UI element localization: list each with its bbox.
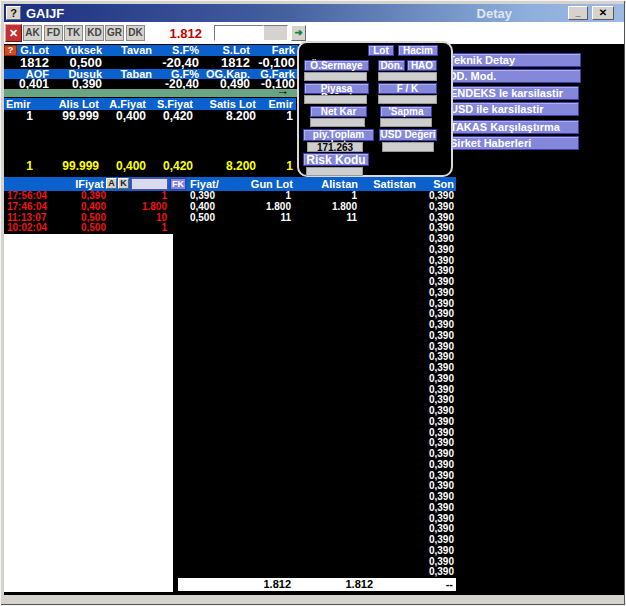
- go-arrow-button[interactable]: ➜: [291, 25, 306, 41]
- menu-button-1[interactable]: OD. Mod.: [443, 69, 581, 83]
- osermaye-field[interactable]: [304, 72, 367, 81]
- col-son: Son: [412, 177, 454, 191]
- trade-cell: [217, 449, 293, 460]
- time-sales-row[interactable]: 10:02:04 0,500 1: [4, 223, 173, 234]
- symbol-input[interactable]: [214, 25, 264, 41]
- trade-cell: [359, 256, 416, 267]
- trade-cell: [217, 352, 293, 363]
- a-button[interactable]: A: [106, 178, 117, 189]
- lot-button[interactable]: Lot: [368, 45, 394, 56]
- trade-cell: [217, 406, 293, 417]
- menu-button-2[interactable]: ENDEKS le karsilastir: [445, 86, 579, 100]
- symbol-input-extension: [264, 25, 288, 41]
- trade-cell: [293, 385, 359, 396]
- hao-button[interactable]: HAO: [407, 60, 437, 71]
- depth-cell: 1: [4, 111, 36, 122]
- dusuk-value: 0,390: [52, 79, 105, 89]
- don-hao-field[interactable]: [378, 72, 437, 81]
- trade-cell: [217, 503, 293, 514]
- depth-cell: 0,400: [102, 111, 149, 122]
- trade-cell: [217, 374, 293, 385]
- trade-lot: 1.800: [106, 202, 170, 213]
- trade-cell: [359, 234, 416, 245]
- trade-cell: [359, 385, 416, 396]
- usd-degeri-field[interactable]: [382, 142, 434, 152]
- piyasa-degeri-button[interactable]: Piyasa Değeri: [304, 83, 369, 94]
- trade-cell: [217, 342, 293, 353]
- net-kar-button[interactable]: Net Kar: [310, 106, 367, 117]
- toolbar-button-fd[interactable]: FD: [44, 25, 63, 41]
- trade-cell: [359, 352, 416, 363]
- usd-degeri-button[interactable]: USD Değeri: [379, 129, 437, 141]
- sapma-button[interactable]: 'Sapma: [380, 106, 432, 117]
- menu-button-5[interactable]: Sirket Haberleri: [445, 136, 579, 150]
- time-sales-row[interactable]: 17:46:04 0,400 1.800: [4, 202, 173, 213]
- trade-lot: 1: [106, 223, 170, 234]
- trade-cell: 0,390: [416, 331, 456, 342]
- trade-price: 0,500: [60, 223, 106, 234]
- fundamentals-popup: Lot Hacim Ö.Sermaye Dön. HAO Piyasa Değe…: [297, 41, 453, 177]
- net-kar-field[interactable]: [310, 118, 365, 127]
- trade-cell: [217, 320, 293, 331]
- trade-cell: [359, 342, 416, 353]
- trade-cell: [293, 546, 359, 557]
- window-help-icon[interactable]: ?: [6, 6, 21, 20]
- toolbar-button-dk[interactable]: DK: [126, 25, 145, 41]
- trade-cell: [293, 417, 359, 428]
- trade-cell: [293, 266, 359, 277]
- toolbar-button-gr[interactable]: GR: [105, 25, 124, 41]
- trade-cell: [293, 406, 359, 417]
- trade-cell: [359, 406, 416, 417]
- trade-cell: [359, 288, 416, 299]
- trade-cell: [293, 524, 359, 535]
- trade-cell: [217, 299, 293, 310]
- depth-row-top[interactable]: 1 99.999 0,400 0,420 8.200 1: [4, 111, 296, 122]
- trade-cell: [217, 385, 293, 396]
- piyasa-degeri-field[interactable]: [304, 95, 367, 104]
- menu-button-0[interactable]: Teknik Detay: [443, 53, 581, 67]
- menu-button-3[interactable]: USD ile karsilastir: [445, 102, 579, 116]
- k-button[interactable]: K: [118, 178, 129, 189]
- trade-cell: [359, 492, 416, 503]
- trade-cell: 0,390: [416, 503, 456, 514]
- quote-help-icon[interactable]: ?: [4, 45, 17, 56]
- trade-cell: [293, 363, 359, 374]
- ogkap-value: 0,490: [202, 79, 253, 89]
- don-button[interactable]: Dön.: [378, 60, 405, 71]
- toolbar-button-kd[interactable]: KD: [85, 25, 104, 41]
- trade-cell: 1.800: [293, 202, 359, 213]
- fk-ratio-field[interactable]: [378, 95, 437, 104]
- toplam-lot-button[interactable]: piy.Toplam Lot: [303, 129, 374, 141]
- fk-button[interactable]: FK: [170, 178, 186, 190]
- trade-cell: 0,390: [416, 546, 456, 557]
- trade-cell: [217, 460, 293, 471]
- time-sales-panel[interactable]: 17:56:04 0,390 1 17:46:04 0,400 1.800 11…: [4, 191, 173, 592]
- minimize-button[interactable]: _: [568, 6, 588, 20]
- osermaye-button[interactable]: Ö.Sermaye: [304, 60, 369, 71]
- close-button[interactable]: ✕: [592, 6, 614, 20]
- window-title: GAIJF: [26, 6, 64, 21]
- trade-cell: [293, 331, 359, 342]
- toolbar-button-tk[interactable]: TK: [64, 25, 83, 41]
- taban-value: [105, 79, 155, 89]
- toolbar-button-ak[interactable]: AK: [23, 25, 42, 41]
- trade-cell: [217, 288, 293, 299]
- avg-price-2: 1.812: [318, 578, 373, 591]
- depth-row-summary[interactable]: 1 99.999 0,400 0,420 8.200 1: [4, 160, 296, 172]
- trade-cell: [359, 309, 416, 320]
- filter-input[interactable]: [131, 178, 168, 190]
- depth-cell: 99.999: [36, 160, 102, 172]
- trade-cell: [293, 535, 359, 546]
- trade-cell: 0,390: [416, 417, 456, 428]
- hacim-button[interactable]: Hacim: [398, 45, 438, 56]
- menu-button-4[interactable]: TAKAS Karşılaştırma: [445, 120, 579, 134]
- sapma-field[interactable]: [380, 118, 432, 127]
- trade-cell: [359, 428, 416, 439]
- trade-cell: [293, 481, 359, 492]
- close-panel-button[interactable]: ✕: [5, 24, 22, 42]
- fk-ratio-button[interactable]: F / K: [378, 83, 437, 94]
- title-bar[interactable]: ? GAIJF Detay _ ✕: [4, 4, 624, 22]
- risk-kodu-field[interactable]: [306, 167, 363, 176]
- trade-cell: 11: [217, 213, 293, 224]
- trade-cell: [217, 524, 293, 535]
